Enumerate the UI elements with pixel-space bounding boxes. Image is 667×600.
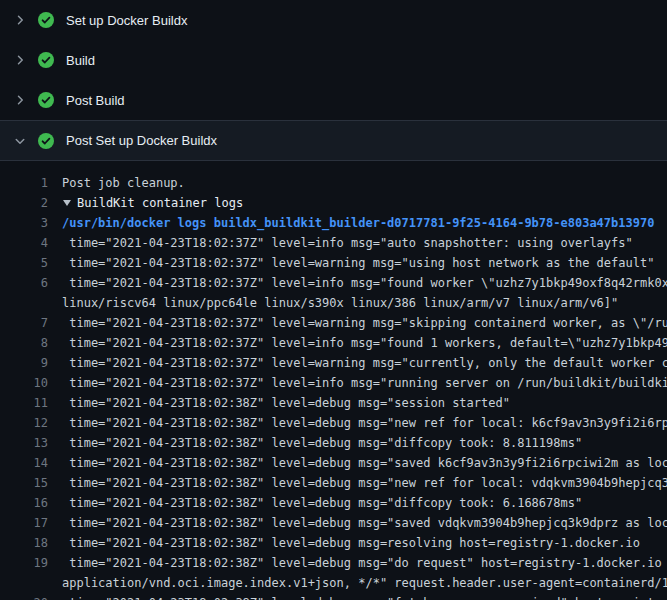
line-text: time="2021-04-23T18:02:37Z" level=info m… bbox=[48, 333, 667, 353]
line-text: time="2021-04-23T18:02:38Z" level=debug … bbox=[48, 533, 667, 553]
log-line: 20 time="2021-04-23T18:02:38Z" level=deb… bbox=[0, 593, 667, 600]
line-text: time="2021-04-23T18:02:37Z" level=warnin… bbox=[48, 253, 667, 273]
line-text: time="2021-04-23T18:02:37Z" level=info m… bbox=[48, 373, 667, 393]
log-line: 16 time="2021-04-23T18:02:38Z" level=deb… bbox=[0, 493, 667, 513]
chevron-icon[interactable] bbox=[12, 14, 28, 26]
actions-log-viewer: Set up Docker Buildx Build Post Buil bbox=[0, 0, 667, 600]
log-line: 4 time="2021-04-23T18:02:37Z" level=info… bbox=[0, 233, 667, 253]
log-line: 18 time="2021-04-23T18:02:38Z" level=deb… bbox=[0, 533, 667, 553]
line-number[interactable]: 9 bbox=[0, 353, 48, 373]
line-text: time="2021-04-23T18:02:38Z" level=debug … bbox=[48, 493, 667, 513]
check-circle-icon bbox=[38, 12, 54, 28]
line-text: time="2021-04-23T18:02:38Z" level=debug … bbox=[48, 413, 667, 433]
log-line: 8 time="2021-04-23T18:02:37Z" level=info… bbox=[0, 333, 667, 353]
log-line: 19 time="2021-04-23T18:02:38Z" level=deb… bbox=[0, 553, 667, 573]
step-row[interactable]: Post Set up Docker Buildx bbox=[0, 120, 667, 161]
line-text: application/vnd.oci.image.index.v1+json,… bbox=[48, 573, 667, 593]
line-text: time="2021-04-23T18:02:37Z" level=info m… bbox=[48, 273, 667, 293]
line-text: time="2021-04-23T18:02:38Z" level=debug … bbox=[48, 553, 667, 573]
log-line: 15 time="2021-04-23T18:02:38Z" level=deb… bbox=[0, 473, 667, 493]
step-label: Post Set up Docker Buildx bbox=[66, 133, 217, 148]
step-label: Build bbox=[66, 53, 95, 68]
line-number[interactable]: 2 bbox=[0, 193, 48, 213]
caret-down-icon bbox=[63, 200, 71, 206]
line-text: time="2021-04-23T18:02:38Z" level=debug … bbox=[48, 433, 667, 453]
log-line: 9 time="2021-04-23T18:02:37Z" level=warn… bbox=[0, 353, 667, 373]
line-text: time="2021-04-23T18:02:37Z" level=warnin… bbox=[48, 313, 667, 333]
line-text: Post job cleanup. bbox=[48, 173, 667, 193]
log-lines: 1 Post job cleanup. 2 BuildKit container… bbox=[0, 161, 667, 600]
line-number[interactable]: 7 bbox=[0, 313, 48, 333]
log-line: 14 time="2021-04-23T18:02:38Z" level=deb… bbox=[0, 453, 667, 473]
log-line: application/vnd.oci.image.index.v1+json,… bbox=[0, 573, 667, 593]
line-number[interactable]: 14 bbox=[0, 453, 48, 473]
line-text: time="2021-04-23T18:02:38Z" level=debug … bbox=[48, 473, 667, 493]
step-row[interactable]: Post Build bbox=[0, 80, 667, 120]
log-line: 3 /usr/bin/docker logs buildx_buildkit_b… bbox=[0, 213, 667, 233]
log-line: linux/riscv64 linux/ppc64le linux/s390x … bbox=[0, 293, 667, 313]
chevron-icon[interactable] bbox=[12, 94, 28, 106]
line-number[interactable]: 15 bbox=[0, 473, 48, 493]
log-line: 1 Post job cleanup. bbox=[0, 173, 667, 193]
line-text: time="2021-04-23T18:02:38Z" level=debug … bbox=[48, 393, 667, 413]
line-number[interactable]: 3 bbox=[0, 213, 48, 233]
line-number[interactable] bbox=[0, 293, 48, 313]
log-line: 12 time="2021-04-23T18:02:38Z" level=deb… bbox=[0, 413, 667, 433]
log-line: 6 time="2021-04-23T18:02:37Z" level=info… bbox=[0, 273, 667, 293]
line-number[interactable]: 18 bbox=[0, 533, 48, 553]
line-text: time="2021-04-23T18:02:37Z" level=warnin… bbox=[48, 353, 667, 373]
step-label: Set up Docker Buildx bbox=[66, 13, 187, 28]
log-line: 13 time="2021-04-23T18:02:38Z" level=deb… bbox=[0, 433, 667, 453]
line-number[interactable]: 12 bbox=[0, 413, 48, 433]
line-number[interactable] bbox=[0, 573, 48, 593]
check-circle-icon bbox=[38, 52, 54, 68]
step-row[interactable]: Build bbox=[0, 40, 667, 80]
line-text: time="2021-04-23T18:02:38Z" level=debug … bbox=[48, 513, 667, 533]
steps-list: Set up Docker Buildx Build Post Buil bbox=[0, 0, 667, 161]
line-number[interactable]: 19 bbox=[0, 553, 48, 573]
log-line: 11 time="2021-04-23T18:02:38Z" level=deb… bbox=[0, 393, 667, 413]
line-text: linux/riscv64 linux/ppc64le linux/s390x … bbox=[48, 293, 667, 313]
line-number[interactable]: 16 bbox=[0, 493, 48, 513]
check-circle-icon bbox=[38, 133, 54, 149]
line-number[interactable]: 5 bbox=[0, 253, 48, 273]
line-number[interactable]: 11 bbox=[0, 393, 48, 413]
chevron-icon[interactable] bbox=[12, 135, 28, 147]
line-number[interactable]: 4 bbox=[0, 233, 48, 253]
check-circle-icon bbox=[38, 92, 54, 108]
line-text: time="2021-04-23T18:02:38Z" level=debug … bbox=[48, 593, 667, 600]
log-line[interactable]: 2 BuildKit container logs bbox=[0, 193, 667, 213]
line-number[interactable]: 20 bbox=[0, 593, 48, 600]
line-number[interactable]: 13 bbox=[0, 433, 48, 453]
chevron-icon[interactable] bbox=[12, 54, 28, 66]
line-text: BuildKit container logs bbox=[71, 193, 667, 213]
line-number[interactable]: 6 bbox=[0, 273, 48, 293]
log-line: 17 time="2021-04-23T18:02:38Z" level=deb… bbox=[0, 513, 667, 533]
line-number[interactable]: 17 bbox=[0, 513, 48, 533]
log-line: 5 time="2021-04-23T18:02:37Z" level=warn… bbox=[0, 253, 667, 273]
line-text: time="2021-04-23T18:02:37Z" level=info m… bbox=[48, 233, 667, 253]
log-line: 10 time="2021-04-23T18:02:37Z" level=inf… bbox=[0, 373, 667, 393]
line-number[interactable]: 10 bbox=[0, 373, 48, 393]
line-text: time="2021-04-23T18:02:38Z" level=debug … bbox=[48, 453, 667, 473]
log-line: 7 time="2021-04-23T18:02:37Z" level=warn… bbox=[0, 313, 667, 333]
line-number[interactable]: 1 bbox=[0, 173, 48, 193]
line-number[interactable]: 8 bbox=[0, 333, 48, 353]
step-label: Post Build bbox=[66, 93, 125, 108]
line-text: /usr/bin/docker logs buildx_buildkit_bui… bbox=[48, 213, 667, 233]
step-row[interactable]: Set up Docker Buildx bbox=[0, 0, 667, 40]
